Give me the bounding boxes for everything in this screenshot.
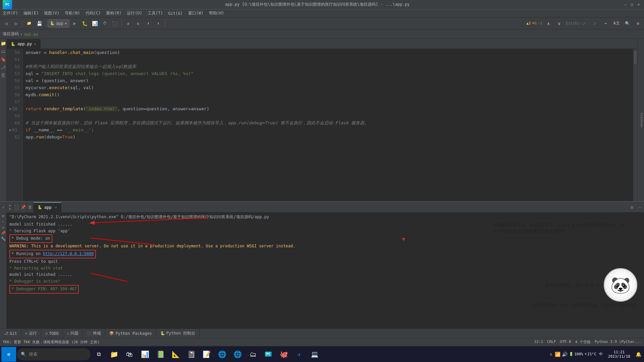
run-button[interactable]: ▶ (70, 19, 79, 28)
breadcrumb-file[interactable]: app.py (24, 32, 38, 37)
structure-icon[interactable]: 🗂 (0, 48, 6, 54)
debug-button[interactable]: 🐛 (80, 19, 90, 28)
search-everywhere[interactable]: 🔍 (623, 19, 632, 28)
tab-todo[interactable]: ☑ TODO (41, 329, 63, 338)
line-col-indicator[interactable]: 12:1 (534, 340, 543, 345)
tab-python-console[interactable]: 🐍 Python 控制台 (156, 329, 200, 338)
database-icon[interactable]: 🗄 (0, 72, 6, 78)
menu-window[interactable]: 窗口(W) (185, 9, 206, 17)
search-bar[interactable]: 🔍 搜索 (17, 348, 91, 360)
tab-close-icon[interactable]: ✕ (34, 42, 36, 46)
taskbar-visio[interactable]: 📐 (168, 347, 183, 362)
toolbar-down[interactable]: ∨ (554, 19, 564, 28)
notification-btn[interactable]: 🔔 (634, 352, 643, 357)
run-tab-app[interactable]: 🐍 app ✕ (34, 202, 61, 212)
coverage-button[interactable]: 📊 (90, 19, 100, 28)
menu-refactor[interactable]: 重构(R) (103, 9, 124, 17)
project-icon[interactable]: 📁 (0, 40, 6, 46)
taskbar-telegram[interactable]: ✈ (292, 347, 307, 362)
git-undo[interactable]: ↩ (601, 19, 610, 28)
tab-problems[interactable]: ⚠ 问题 (63, 329, 83, 338)
run-restart[interactable]: ↺ (0, 204, 6, 210)
taskbar-git[interactable]: 🐙 (276, 347, 291, 362)
taskbar-remote[interactable]: 💻 (307, 347, 322, 362)
code-content[interactable]: answer = handler.chat_main(question) #将用… (23, 49, 633, 201)
taskbar-excel[interactable]: 📗 (153, 347, 168, 362)
run-trash-btn[interactable]: 🗑 (28, 205, 32, 209)
git-check[interactable]: ✓ (590, 19, 600, 28)
menu-navigate[interactable]: 导航(N) (62, 9, 83, 17)
menu-edit[interactable]: 编辑(E) (21, 9, 42, 17)
bookmark-icon[interactable]: 🔖 (0, 56, 6, 62)
close-button[interactable]: ✕ (636, 2, 641, 7)
run-tab-close[interactable]: ✕ (55, 205, 57, 209)
maximize-button[interactable]: □ (629, 2, 635, 7)
taskbar-explorer[interactable]: 📁 (107, 347, 121, 362)
tab-app-py[interactable]: 🐍 app.py ✕ (7, 39, 41, 49)
volume-icon[interactable]: 🔊 (562, 352, 568, 357)
run-tool-icon[interactable]: 🔧 (1, 237, 6, 241)
python-version-indicator[interactable]: Python 3.9 (PyChar... (595, 340, 641, 345)
run-config-dropdown[interactable]: 🐍 app ▾ (48, 19, 69, 27)
tab-git[interactable]: ⎇ Git (0, 329, 21, 338)
tab-terminal[interactable]: ⬛ 终端 (83, 329, 105, 338)
menu-view[interactable]: 视图(V) (41, 9, 62, 17)
dropdown-arrow-icon: ▾ (65, 21, 67, 26)
tab-packages[interactable]: 📦 Python Packages (105, 329, 156, 338)
run-scroll-down[interactable]: ▼ (9, 207, 11, 210)
taskbar-files[interactable]: 🗂 (246, 347, 260, 362)
toolbar-save[interactable]: 💾 (35, 19, 44, 28)
toolbar-open[interactable]: 📁 (24, 19, 34, 28)
git-indicator[interactable]: Git(G): (569, 19, 578, 28)
sync-button[interactable]: ↺ (123, 19, 133, 28)
run-minimize-btn[interactable]: — (636, 202, 644, 213)
language-indicator[interactable]: 中 (598, 352, 604, 357)
stop-button[interactable]: ⬛ (110, 19, 120, 28)
taskbar-word[interactable]: 📝 (199, 347, 214, 362)
taskbar-onenote[interactable]: 📓 (184, 347, 199, 362)
taskview-button[interactable]: ⧉ (91, 347, 106, 362)
menu-run[interactable]: 运行(U) (124, 9, 145, 17)
toolbar-forward[interactable]: ▷ (11, 19, 21, 28)
taskbar-store[interactable]: 🛍 (122, 347, 137, 362)
taskbar-edge[interactable]: 🌐 (215, 347, 229, 362)
run-settings-btn[interactable]: ⚙ (628, 202, 636, 213)
toolbar-back[interactable]: ◁ (1, 19, 11, 28)
git-commit[interactable]: ✓ (580, 19, 589, 28)
run-clear-icon[interactable]: ⊘ (2, 225, 4, 230)
taskbar-powerpoint[interactable]: 📊 (138, 347, 152, 362)
line-ending-indicator[interactable]: CRLF (547, 340, 556, 345)
run-pin-btn[interactable]: 📌 (21, 205, 26, 209)
run-pin2-icon[interactable]: 📌 (1, 231, 6, 235)
vcs-icon[interactable]: ⎇ (0, 64, 6, 70)
minimize-button[interactable]: — (623, 2, 628, 7)
run-scroll-up[interactable]: ▲ (9, 204, 11, 207)
run-filter-icon[interactable]: ⊞ (2, 214, 4, 218)
indent-indicator[interactable]: 4 个空格 (575, 340, 591, 345)
breadcrumb-project[interactable]: 项目源码 (3, 31, 19, 37)
toolbar-up[interactable]: ∧ (544, 19, 553, 28)
server-url[interactable]: http://127.0.0.1:5000 (43, 251, 94, 256)
settings-button[interactable]: ⚙ (633, 19, 643, 28)
git-push[interactable]: ⬆ (154, 19, 163, 28)
show-hidden-btn[interactable]: ∧ (548, 352, 553, 357)
system-clock[interactable]: 11:21 2023/11/18 (605, 350, 633, 359)
tab-run[interactable]: ▶ 运行 (21, 329, 42, 338)
menu-git[interactable]: Git(G) (166, 9, 185, 17)
translate-icon[interactable]: A文 (612, 19, 621, 28)
taskbar-pycharm[interactable]: PC (261, 347, 276, 362)
encoding-indicator[interactable]: UTF-8 (560, 340, 571, 345)
run-stop-btn[interactable]: ⬛ (14, 205, 19, 209)
taskbar-ie[interactable]: 🌐 (230, 347, 245, 362)
menu-code[interactable]: 代码(C) (83, 9, 104, 17)
git-update[interactable]: ⬇ (144, 19, 153, 28)
reload-button[interactable]: ↻ (133, 19, 143, 28)
menu-help[interactable]: 帮助(H) (206, 9, 227, 17)
profile-button[interactable]: ⏱ (100, 19, 110, 28)
run-wrap-icon[interactable]: ↩ (2, 220, 4, 224)
menu-file[interactable]: 文件(F) (0, 9, 21, 17)
sidebar-label: SideView (640, 113, 643, 127)
start-button[interactable]: ⊞ (1, 347, 16, 362)
menu-tools[interactable]: 工具(T) (145, 9, 166, 17)
network-icon[interactable]: 📶 (555, 352, 560, 357)
